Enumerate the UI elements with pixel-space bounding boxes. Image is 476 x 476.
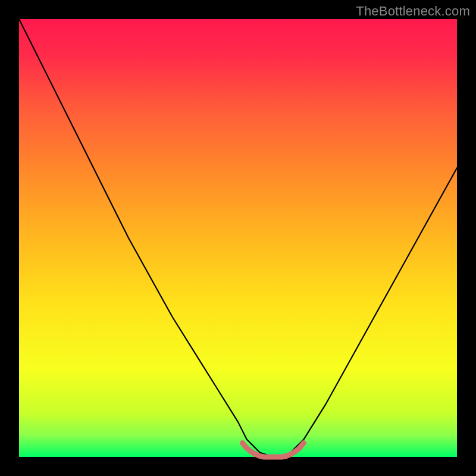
chart-container: TheBottleneck.com	[0, 0, 476, 476]
plot-background	[19, 19, 457, 457]
bottleneck-chart	[0, 0, 476, 476]
attribution-text: TheBottleneck.com	[356, 4, 470, 19]
